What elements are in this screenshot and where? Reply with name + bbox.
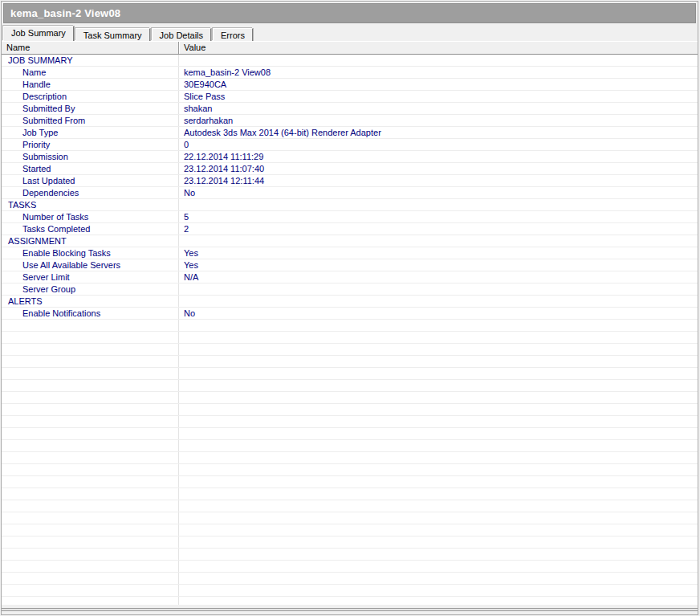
row-value-cell: [179, 416, 698, 427]
table-row[interactable]: [2, 320, 698, 332]
table-row[interactable]: [2, 344, 698, 356]
row-name-cell: Last Updated: [2, 175, 179, 186]
row-value-cell: 23.12.2014 11:07:40: [179, 163, 698, 174]
table-row[interactable]: Submitted Fromserdarhakan: [2, 115, 698, 127]
row-name-cell: Use All Available Servers: [2, 259, 179, 271]
table-row[interactable]: [2, 585, 698, 597]
table-row[interactable]: JOB SUMMARY: [2, 55, 698, 67]
row-value-cell: [179, 199, 698, 210]
row-value-cell: [179, 55, 698, 66]
row-name-cell: [2, 440, 179, 451]
row-name-cell: [2, 500, 179, 512]
table-row[interactable]: Priority0: [2, 139, 698, 151]
table-row[interactable]: [2, 561, 698, 573]
table-row[interactable]: [2, 536, 698, 549]
table-row[interactable]: [2, 573, 698, 585]
row-value-cell: [179, 428, 698, 439]
row-value-cell: 2: [179, 223, 698, 235]
table-row[interactable]: [2, 404, 698, 416]
table-row[interactable]: Number of Tasks5: [2, 211, 698, 223]
row-value-cell: Slice Pass: [179, 91, 698, 102]
table-row[interactable]: [2, 428, 698, 440]
row-value-cell: [179, 549, 698, 560]
table-row[interactable]: Submission22.12.2014 11:11:29: [2, 151, 698, 163]
table-row[interactable]: [2, 452, 698, 464]
row-name-cell: [2, 549, 179, 560]
table-row[interactable]: DependenciesNo: [2, 187, 698, 199]
row-value-cell: [179, 597, 698, 605]
row-value-cell: kema_basin-2 View08: [179, 67, 698, 78]
table-row[interactable]: [2, 392, 698, 404]
row-value-cell: 23.12.2014 12:11:44: [179, 175, 698, 186]
row-name-cell: [2, 380, 179, 391]
table-row[interactable]: [2, 464, 698, 476]
row-name-cell: [2, 368, 179, 379]
table-row[interactable]: Server Group: [2, 284, 698, 296]
splitter-grip-icon: [2, 608, 698, 611]
table-row[interactable]: Last Updated23.12.2014 12:11:44: [2, 175, 698, 187]
column-header-name[interactable]: Name: [2, 42, 179, 54]
table-row[interactable]: Enable Blocking TasksYes: [2, 247, 698, 259]
table-row[interactable]: ASSIGNMENT: [2, 235, 698, 247]
tab-job-details[interactable]: Job Details: [152, 28, 211, 41]
table-row[interactable]: [2, 512, 698, 524]
row-value-cell: [179, 344, 698, 355]
table-row[interactable]: [2, 488, 698, 500]
row-value-cell: serdarhakan: [179, 115, 698, 126]
row-value-cell: [179, 392, 698, 403]
window-title: kema_basin-2 View08: [10, 7, 120, 19]
table-row[interactable]: Tasks Completed2: [2, 223, 698, 235]
table-row[interactable]: [2, 368, 698, 380]
table-row[interactable]: Enable NotificationsNo: [2, 308, 698, 320]
table-row[interactable]: Submitted Byshakan: [2, 103, 698, 115]
row-name-cell: Submission: [2, 151, 179, 162]
table-row[interactable]: Started23.12.2014 11:07:40: [2, 163, 698, 175]
tab-errors[interactable]: Errors: [213, 28, 253, 41]
row-value-cell: [179, 524, 698, 536]
row-value-cell: 30E940CA: [179, 79, 698, 90]
table-row[interactable]: [2, 476, 698, 488]
row-value-cell: No: [179, 308, 698, 319]
column-header-value[interactable]: Value: [179, 42, 698, 54]
table-row[interactable]: Server LimitN/A: [2, 271, 698, 284]
table-row[interactable]: Handle30E940CA: [2, 79, 698, 91]
table-row[interactable]: Namekema_basin-2 View08: [2, 67, 698, 79]
table-row[interactable]: ALERTS: [2, 296, 698, 308]
row-name-cell: Enable Notifications: [2, 308, 179, 319]
row-value-cell: [179, 296, 698, 307]
row-value-cell: [179, 380, 698, 391]
table-row[interactable]: [2, 416, 698, 428]
row-name-cell: Job Type: [2, 127, 179, 138]
row-name-cell: [2, 524, 179, 536]
row-name-cell: Submitted From: [2, 115, 179, 126]
table-row[interactable]: [2, 549, 698, 561]
row-name-cell: [2, 573, 179, 584]
table-row[interactable]: [2, 380, 698, 392]
row-value-cell: [179, 332, 698, 343]
row-name-cell: [2, 536, 179, 548]
tab-task-summary[interactable]: Task Summary: [75, 28, 150, 41]
table-row[interactable]: [2, 356, 698, 368]
row-value-cell: N/A: [179, 271, 698, 283]
table-row[interactable]: Use All Available ServersYes: [2, 259, 698, 271]
table-row[interactable]: [2, 332, 698, 344]
tab-job-summary[interactable]: Job Summary: [3, 26, 74, 41]
table-row[interactable]: [2, 500, 698, 512]
row-value-cell: 0: [179, 139, 698, 150]
window-title-bar: kema_basin-2 View08: [3, 3, 696, 23]
table-row[interactable]: [2, 597, 698, 605]
table-row[interactable]: TASKS: [2, 199, 698, 211]
row-value-cell: [179, 561, 698, 572]
table-header-row: Name Value: [2, 41, 698, 55]
row-name-cell: [2, 488, 179, 500]
table-row[interactable]: DescriptionSlice Pass: [2, 91, 698, 103]
bottom-splitter[interactable]: [2, 605, 698, 614]
row-name-cell: Server Group: [2, 284, 179, 295]
row-value-cell: [179, 512, 698, 524]
table-row[interactable]: Job TypeAutodesk 3ds Max 2014 (64-bit) R…: [2, 127, 698, 139]
table-row[interactable]: [2, 440, 698, 452]
row-name-cell: Server Limit: [2, 271, 179, 283]
table-row[interactable]: [2, 524, 698, 536]
row-value-cell: [179, 440, 698, 451]
row-name-cell: [2, 476, 179, 487]
